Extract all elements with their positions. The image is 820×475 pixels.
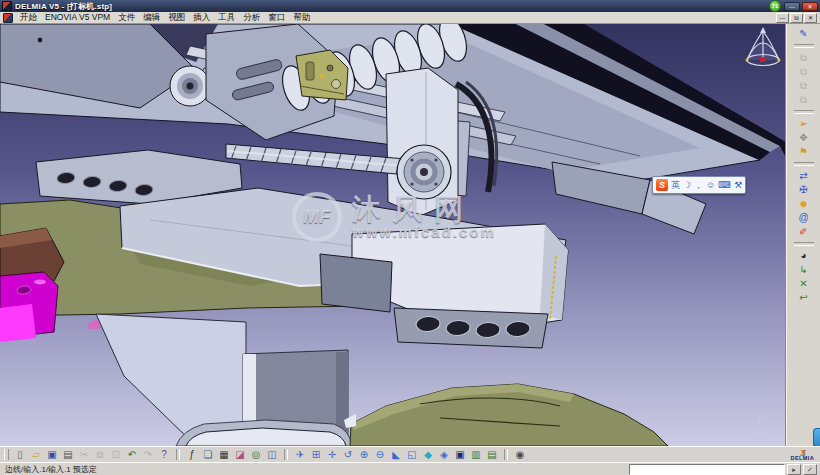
menu-start[interactable]: 开始 bbox=[16, 12, 41, 23]
mdi-close-button[interactable]: ✕ bbox=[804, 13, 817, 23]
new-document-button[interactable]: ▯ bbox=[12, 448, 28, 462]
ime-fullwidth-toggle[interactable]: ☽ bbox=[683, 178, 691, 192]
return-button[interactable]: ↩ bbox=[796, 291, 812, 305]
toolbar-grip[interactable] bbox=[4, 449, 9, 460]
menu-enovia-v5-vpm[interactable]: ENOVIA V5 VPM bbox=[41, 12, 114, 23]
punctuation-icon: ， bbox=[694, 180, 703, 190]
machine-model-canvas[interactable]: z x y bbox=[0, 24, 786, 446]
menu-help[interactable]: 帮助 bbox=[289, 12, 314, 23]
redo-button[interactable]: ↷ bbox=[140, 448, 156, 462]
split-view-button[interactable]: ◫ bbox=[264, 448, 280, 462]
hidden-line-button[interactable]: ▣ bbox=[452, 448, 468, 462]
menu-file[interactable]: 文件 bbox=[114, 12, 139, 23]
mdi-restore-button[interactable]: ⧉ bbox=[790, 13, 803, 23]
3d-viewport[interactable]: z x y MF 沐风网 www.mfcad.com S 英☽，☺⌨⚒ bbox=[0, 24, 786, 446]
view-mode-a-button[interactable]: ▥ bbox=[468, 448, 484, 462]
cut-button[interactable]: ✂ bbox=[76, 448, 92, 462]
keyboard-icon: ⌨ bbox=[718, 180, 731, 190]
capture-button[interactable]: ◉ bbox=[512, 448, 528, 462]
power-input[interactable] bbox=[629, 464, 785, 475]
shading-mode-button[interactable]: ◈ bbox=[436, 448, 452, 462]
toolbar-separator bbox=[794, 110, 814, 114]
bottom-toolbar: ▯▱▣▤✂⧉⊡↶↷?ƒ❏▦◪◎◫✈⊞✛↺⊕⊖◣◱◆◈▣▥▤◉ʒDELMIA bbox=[0, 446, 820, 462]
toolbar-separator bbox=[794, 242, 814, 246]
fly-mode-button[interactable]: ✈ bbox=[292, 448, 308, 462]
save-button[interactable]: ▣ bbox=[44, 448, 60, 462]
main-area: z x y MF 沐风网 www.mfcad.com S 英☽，☺⌨⚒ ✎⧉⧉⧉… bbox=[0, 24, 820, 446]
menu-tools[interactable]: 工具 bbox=[214, 12, 239, 23]
zoom-in-icon: ⊕ bbox=[360, 449, 368, 461]
ime-logo[interactable]: S bbox=[656, 179, 668, 191]
bolt-hole-block-part[interactable] bbox=[394, 308, 548, 348]
render-style-button[interactable]: ◕ bbox=[796, 249, 812, 263]
walk-button[interactable]: ↳ bbox=[796, 263, 812, 277]
zoom-out-button[interactable]: ⊖ bbox=[372, 448, 388, 462]
select-arrow-icon: ➢ bbox=[799, 118, 807, 130]
annotation-button[interactable]: ❏ bbox=[200, 448, 216, 462]
catalog-button[interactable]: ◎ bbox=[248, 448, 264, 462]
status-command-button[interactable]: ▸ bbox=[787, 464, 801, 475]
menu-view[interactable]: 视图 bbox=[164, 12, 189, 23]
graph-button[interactable]: ◪ bbox=[232, 448, 248, 462]
formula-button[interactable]: ƒ bbox=[184, 448, 200, 462]
sketch-pencil-button[interactable]: ✎ bbox=[796, 27, 812, 41]
rotate-button[interactable]: ↺ bbox=[340, 448, 356, 462]
normal-view-button[interactable]: ◣ bbox=[388, 448, 404, 462]
new-document-icon: ▯ bbox=[17, 449, 23, 461]
screw-bearing-part[interactable] bbox=[397, 145, 451, 199]
mdi-minimize-button[interactable]: — bbox=[776, 13, 789, 23]
ime-toolbox-button[interactable]: ⚒ bbox=[734, 178, 742, 192]
clipboard-tool-3-button[interactable]: ⧉ bbox=[796, 79, 812, 93]
manikin-button[interactable]: ☻ bbox=[796, 197, 812, 211]
menu-insert[interactable]: 插入 bbox=[189, 12, 214, 23]
clipboard-tool-2-button[interactable]: ⧉ bbox=[796, 65, 812, 79]
return-arrow-icon: ↩ bbox=[799, 292, 807, 304]
ime-keyboard-button[interactable]: ⌨ bbox=[718, 178, 731, 192]
paint-button[interactable]: ✐ bbox=[796, 225, 812, 239]
menu-analyze[interactable]: 分析 bbox=[239, 12, 264, 23]
left-bearing-part[interactable] bbox=[170, 66, 210, 106]
status-apply-button[interactable]: ✓ bbox=[803, 464, 817, 475]
search-flag-button[interactable]: ⚑ bbox=[796, 145, 812, 159]
anchor-button[interactable]: ✠ bbox=[796, 183, 812, 197]
quad-view-button[interactable]: ◱ bbox=[404, 448, 420, 462]
iso-view-button[interactable]: ◆ bbox=[420, 448, 436, 462]
undo-button[interactable]: ↶ bbox=[124, 448, 140, 462]
multi-select-button[interactable]: ✥ bbox=[796, 131, 812, 145]
print-button[interactable]: ▤ bbox=[60, 448, 76, 462]
ime-punctuation-toggle[interactable]: ， bbox=[694, 178, 703, 192]
menu-window[interactable]: 窗口 bbox=[264, 12, 289, 23]
minimize-button[interactable]: — bbox=[784, 2, 800, 11]
fit-all-button[interactable]: ⊞ bbox=[308, 448, 324, 462]
open-button[interactable]: ▱ bbox=[28, 448, 44, 462]
exchange-button[interactable]: ✕ bbox=[796, 277, 812, 291]
screen-button[interactable]: ▦ bbox=[216, 448, 232, 462]
whats-this-button[interactable]: ? bbox=[156, 448, 172, 462]
ime-lang-toggle[interactable]: 英 bbox=[671, 178, 680, 192]
recorder-badge: 71 bbox=[769, 0, 781, 12]
undo-icon: ↶ bbox=[128, 449, 136, 461]
close-button[interactable]: ✕ bbox=[802, 2, 818, 11]
spiral-icon: @ bbox=[798, 212, 808, 224]
spiral-button[interactable]: @ bbox=[796, 211, 812, 225]
snap-button[interactable]: ⇄ bbox=[796, 169, 812, 183]
help-icon: ? bbox=[161, 449, 167, 461]
view-mode-b-button[interactable]: ▤ bbox=[484, 448, 500, 462]
screen-edge-tab[interactable] bbox=[813, 428, 820, 448]
copy-button[interactable]: ⧉ bbox=[92, 448, 108, 462]
clipboard-tool-4-button[interactable]: ⧉ bbox=[796, 93, 812, 107]
paste-button[interactable]: ⊡ bbox=[108, 448, 124, 462]
quad-view-icon: ◱ bbox=[407, 449, 416, 461]
clipboard-tool-1-button[interactable]: ⧉ bbox=[796, 51, 812, 65]
zoom-in-button[interactable]: ⊕ bbox=[356, 448, 372, 462]
menu-edit[interactable]: 编辑 bbox=[139, 12, 164, 23]
ime-emoji-button[interactable]: ☺ bbox=[706, 178, 715, 192]
select-button[interactable]: ➢ bbox=[796, 117, 812, 131]
status-message: 边线/输入.1/输入.1 预选定 bbox=[5, 464, 97, 475]
right-toolbar: ✎⧉⧉⧉⧉➢✥⚑⇄✠☻@✐◕↳✕↩ bbox=[786, 24, 820, 446]
toolbar-separator bbox=[176, 449, 180, 460]
pan-button[interactable]: ✛ bbox=[324, 448, 340, 462]
anchor-cross-icon: ✠ bbox=[799, 184, 807, 196]
walk-arrow-icon: ↳ bbox=[799, 264, 807, 276]
screen-icon: ▦ bbox=[219, 449, 228, 461]
